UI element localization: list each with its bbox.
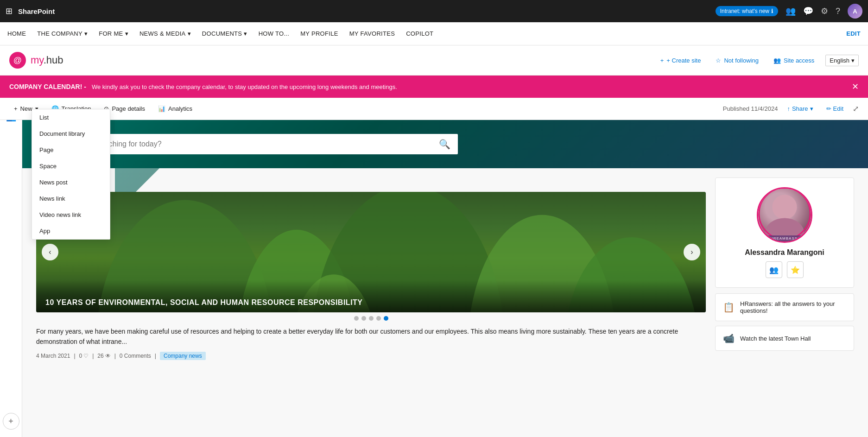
svg-point-7 [772, 195, 797, 219]
edit-icon: ✏ [826, 105, 831, 112]
site-access-button[interactable]: 👥 Site access [770, 55, 818, 66]
toolbar: + New ▾ 🌐 Translation ⊙ Page details 📊 A… [0, 98, 868, 120]
announcement-title: COMPANY CALENDAR! - [9, 83, 86, 90]
article-comments: 0 Comments [120, 353, 151, 359]
site-logo-text: my.hub [31, 54, 63, 66]
toolbar-right: Published 11/4/2024 ↑ Share ▾ ✏ Edit ⤢ [723, 103, 859, 114]
nav-news-media[interactable]: NEWS & MEDIA ▾ [139, 28, 191, 39]
carousel-dot-3[interactable] [369, 316, 374, 321]
chevron-down-icon: ▾ [125, 30, 128, 37]
profile-people-button[interactable]: 👥 [766, 261, 782, 278]
language-button[interactable]: English ▾ [825, 55, 859, 66]
people-icon: 👥 [773, 57, 781, 64]
system-bar-left: ⊞ SharePoint [6, 6, 55, 16]
left-content: Highlights ‹ › 10 [36, 177, 706, 360]
carousel-caption: 10 YEARS OF ENVIRONMENTAL, SOCIAL AND HU… [36, 280, 706, 312]
nav-edit[interactable]: Edit [846, 28, 861, 39]
article-meta: 4 March 2021 | 0 ♡ | 26 👁 | 0 Comments |… [36, 352, 706, 360]
sidebar-add-button[interactable]: + [3, 413, 19, 430]
profile-avatar-image [758, 189, 811, 241]
dropdown-item-news-post[interactable]: News post [32, 174, 110, 190]
announcement-close-icon[interactable]: ✕ [852, 82, 859, 92]
dropdown-item-news-link[interactable]: News link [32, 190, 110, 207]
dropdown-item-app[interactable]: App [32, 223, 110, 239]
info-icon: ℹ [771, 8, 773, 14]
nav-documents[interactable]: DOCUMENTS ▾ [202, 28, 247, 39]
nav-for-me[interactable]: FOR ME ▾ [99, 28, 128, 39]
dropdown-item-video-news-link[interactable]: Video news link [32, 207, 110, 223]
chevron-down-icon: ▾ [188, 30, 191, 37]
carousel-dot-5[interactable] [384, 316, 388, 321]
dropdown-item-page[interactable]: Page [32, 142, 110, 158]
nav-how-to[interactable]: HOW TO... [259, 28, 290, 39]
app-title: SharePoint [18, 7, 55, 15]
profile-badge: KULTUREAMBASSADOR [758, 235, 811, 241]
carousel: ‹ › 10 YEARS OF ENVIRONMENTAL, SOCIAL AN… [36, 192, 706, 312]
chevron-down-icon: ▾ [84, 30, 88, 37]
plus-icon: + [660, 57, 664, 64]
system-bar-right: Intranet: what's new ℹ 👥 💬 ⚙ ? A [716, 4, 862, 19]
create-site-button[interactable]: + + Create site [657, 55, 705, 66]
carousel-dot-1[interactable] [354, 316, 359, 321]
edit-toolbar-button[interactable]: ✏ Edit [823, 103, 847, 114]
chevron-down-icon: ▾ [851, 57, 855, 64]
dropdown-item-document-library[interactable]: Document library [32, 126, 110, 142]
intranet-badge[interactable]: Intranet: what's new ℹ [716, 6, 778, 16]
waffle-icon[interactable]: ⊞ [6, 6, 13, 16]
article-views: 26 👁 [97, 353, 110, 359]
profile-card: KULTUREAMBASSADOR Alessandra Marangoni 👥… [715, 177, 854, 288]
user-avatar[interactable]: A [848, 4, 862, 19]
town-hall-card[interactable]: 📹 Watch the latest Town Hall [715, 326, 854, 351]
hr-answers-card[interactable]: 📋 HRanswers: all the answers to your que… [715, 293, 854, 321]
share-icon: ↑ [787, 105, 790, 112]
chat-icon[interactable]: 💬 [803, 6, 813, 16]
share-button[interactable]: ↑ Share ▾ [783, 103, 817, 114]
search-icon[interactable]: 🔍 [439, 139, 450, 150]
article-likes: 0 ♡ [79, 353, 89, 359]
announcement-bar: COMPANY CALENDAR! - We kindly ask you to… [0, 76, 868, 98]
right-content: KULTUREAMBASSADOR Alessandra Marangoni 👥… [715, 177, 854, 360]
chevron-down-icon: ▾ [244, 30, 247, 37]
system-bar: ⊞ SharePoint Intranet: what's new ℹ 👥 💬 … [0, 0, 868, 22]
nav-my-profile[interactable]: MY PROFILE [300, 28, 338, 39]
dropdown-item-list[interactable]: List [32, 109, 110, 126]
logo-icon: @ [9, 52, 26, 69]
analytics-icon: 📊 [158, 105, 165, 112]
dropdown-item-space[interactable]: Space [32, 158, 110, 174]
profile-star-button[interactable]: ⭐ [787, 261, 804, 278]
search-container: 🔍 [22, 120, 868, 168]
nav-home[interactable]: HOME [7, 28, 26, 39]
carousel-prev-button[interactable]: ‹ [42, 244, 58, 260]
town-hall-text: Watch the latest Town Hall [740, 335, 811, 342]
profile-name: Alessandra Marangoni [725, 248, 844, 257]
published-status: Published 11/4/2024 [723, 105, 778, 112]
chevron-down-icon: ▾ [810, 105, 813, 112]
expand-icon[interactable]: ⤢ [853, 104, 859, 113]
site-header: @ my.hub + + Create site ☆ Not following… [0, 45, 868, 76]
carousel-dot-4[interactable] [376, 316, 381, 321]
carousel-dots [36, 316, 706, 321]
site-header-actions: + + Create site ☆ Not following 👥 Site a… [657, 55, 859, 66]
carousel-next-button[interactable]: › [684, 244, 700, 260]
hr-answers-icon: 📋 [723, 302, 735, 313]
main-content: 🔍 Highlights [22, 120, 868, 437]
article-tag[interactable]: Company news [160, 352, 206, 360]
analytics-button[interactable]: 📊 Analytics [153, 102, 197, 115]
announcement-text: We kindly ask you to check the company c… [92, 83, 846, 90]
nav-copilot[interactable]: COPILOT [406, 28, 433, 39]
settings-icon[interactable]: ⚙ [821, 6, 828, 16]
help-icon[interactable]: ? [836, 6, 840, 16]
profile-actions: 👥 ⭐ [725, 261, 844, 278]
profile-avatar: KULTUREAMBASSADOR [757, 187, 812, 243]
plus-icon: + [14, 105, 18, 112]
nav-the-company[interactable]: THE COMPANY ▾ [37, 28, 88, 39]
carousel-dot-2[interactable] [361, 316, 366, 321]
article-date: 4 March 2021 [36, 353, 70, 359]
people-icon[interactable]: 👥 [786, 6, 796, 16]
content-area: Highlights ‹ › 10 [22, 168, 868, 369]
hr-answers-text: HRanswers: all the answers to your quest… [740, 300, 846, 314]
nav-my-favorites[interactable]: MY FAVORITES [349, 28, 395, 39]
sp-navbar: HOME THE COMPANY ▾ FOR ME ▾ NEWS & MEDIA… [0, 22, 868, 45]
site-logo: @ my.hub [9, 52, 63, 69]
not-following-button[interactable]: ☆ Not following [712, 55, 762, 66]
